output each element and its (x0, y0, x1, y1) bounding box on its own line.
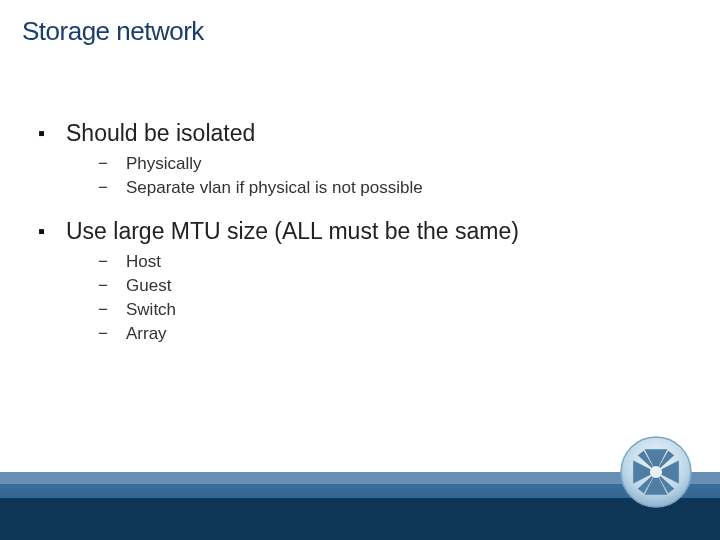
sub-bullet-text: Array (126, 322, 167, 346)
bullet-text: Should be isolated (66, 118, 255, 148)
dash-bullet-icon: − (98, 322, 126, 346)
subgroup: − Host − Guest − Switch − Array (98, 250, 678, 346)
dash-bullet-icon: − (98, 298, 126, 322)
slide-content: ▪ Should be isolated − Physically − Sepa… (38, 118, 678, 362)
bullet-level1: ▪ Use large MTU size (ALL must be the sa… (38, 216, 678, 246)
slide: Storage network ▪ Should be isolated − P… (0, 0, 720, 540)
sub-bullet-text: Physically (126, 152, 202, 176)
subgroup: − Physically − Separate vlan if physical… (98, 152, 678, 200)
square-bullet-icon: ▪ (38, 216, 66, 246)
logo-icon (618, 434, 694, 510)
bullet-level2: − Guest (98, 274, 678, 298)
sub-bullet-text: Host (126, 250, 161, 274)
bullet-level2: − Physically (98, 152, 678, 176)
footer-band-light (0, 472, 720, 484)
bullet-level1: ▪ Should be isolated (38, 118, 678, 148)
sub-bullet-text: Guest (126, 274, 171, 298)
slide-title: Storage network (22, 16, 204, 47)
svg-point-9 (650, 466, 662, 478)
footer-band-dark (0, 498, 720, 540)
sub-bullet-text: Switch (126, 298, 176, 322)
dash-bullet-icon: − (98, 250, 126, 274)
square-bullet-icon: ▪ (38, 118, 66, 148)
dash-bullet-icon: − (98, 274, 126, 298)
bullet-level2: − Array (98, 322, 678, 346)
bullet-text: Use large MTU size (ALL must be the same… (66, 216, 519, 246)
bullet-level2: − Switch (98, 298, 678, 322)
dash-bullet-icon: − (98, 152, 126, 176)
bullet-level2: − Host (98, 250, 678, 274)
sub-bullet-text: Separate vlan if physical is not possibl… (126, 176, 423, 200)
bullet-level2: − Separate vlan if physical is not possi… (98, 176, 678, 200)
dash-bullet-icon: − (98, 176, 126, 200)
